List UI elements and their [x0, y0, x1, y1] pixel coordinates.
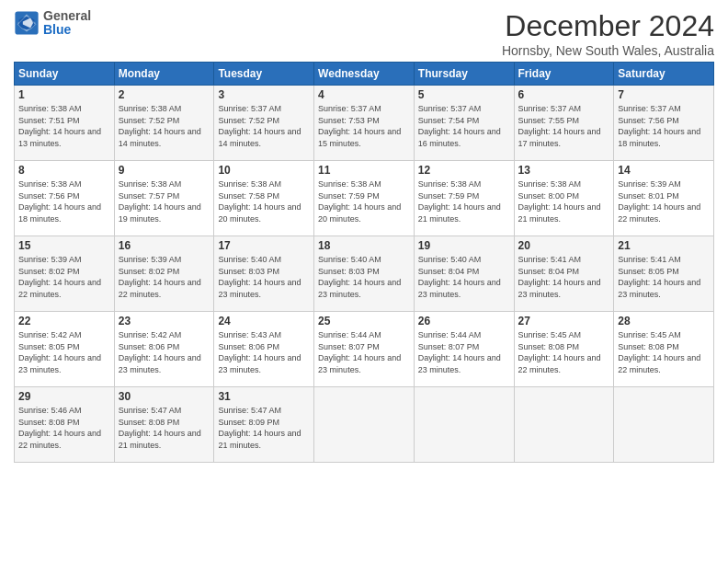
day-detail: Sunrise: 5:38 AMSunset: 7:52 PMDaylight:… — [119, 103, 210, 149]
day-number: 4 — [318, 88, 410, 101]
logo-blue: Blue — [43, 23, 91, 37]
calendar-cell: 30Sunrise: 5:47 AMSunset: 8:08 PMDayligh… — [114, 387, 214, 463]
calendar-cell: 20Sunrise: 5:41 AMSunset: 8:04 PMDayligh… — [514, 236, 614, 312]
day-number: 15 — [18, 239, 110, 252]
day-number: 2 — [119, 88, 210, 101]
day-number: 11 — [318, 164, 410, 177]
day-number: 5 — [418, 88, 510, 101]
calendar-cell: 18Sunrise: 5:40 AMSunset: 8:03 PMDayligh… — [314, 236, 415, 312]
day-number: 13 — [518, 164, 610, 177]
day-number: 7 — [618, 88, 710, 101]
calendar-cell: 22Sunrise: 5:42 AMSunset: 8:05 PMDayligh… — [15, 312, 115, 387]
day-detail: Sunrise: 5:38 AMSunset: 7:58 PMDaylight:… — [218, 178, 310, 224]
day-detail: Sunrise: 5:41 AMSunset: 8:04 PMDaylight:… — [518, 254, 610, 300]
day-number: 12 — [418, 164, 510, 177]
logo: General Blue — [14, 9, 91, 38]
day-detail: Sunrise: 5:38 AMSunset: 7:59 PMDaylight:… — [418, 178, 510, 224]
calendar-cell: 1Sunrise: 5:38 AMSunset: 7:51 PMDaylight… — [15, 86, 115, 161]
day-number: 18 — [318, 239, 410, 252]
calendar-week-1: 1Sunrise: 5:38 AMSunset: 7:51 PMDaylight… — [15, 86, 714, 161]
calendar-subtitle: Hornsby, New South Wales, Australia — [502, 43, 714, 58]
day-number: 16 — [119, 239, 210, 252]
header-day-tuesday: Tuesday — [214, 63, 314, 86]
day-detail: Sunrise: 5:45 AMSunset: 8:08 PMDaylight:… — [518, 329, 610, 375]
day-number: 3 — [218, 88, 310, 101]
title-block: December 2024 Hornsby, New South Wales, … — [502, 9, 714, 58]
calendar-cell: 13Sunrise: 5:38 AMSunset: 8:00 PMDayligh… — [514, 161, 614, 236]
logo-icon — [14, 10, 40, 36]
logo-text: General Blue — [43, 9, 91, 38]
day-number: 30 — [119, 390, 210, 403]
day-detail: Sunrise: 5:39 AMSunset: 8:01 PMDaylight:… — [618, 178, 710, 224]
calendar-cell: 3Sunrise: 5:37 AMSunset: 7:52 PMDaylight… — [214, 86, 314, 161]
calendar-cell: 4Sunrise: 5:37 AMSunset: 7:53 PMDaylight… — [314, 86, 415, 161]
day-number: 22 — [18, 315, 110, 327]
day-detail: Sunrise: 5:38 AMSunset: 7:56 PMDaylight:… — [18, 178, 110, 224]
calendar-cell: 7Sunrise: 5:37 AMSunset: 7:56 PMDaylight… — [614, 86, 714, 161]
calendar-cell: 26Sunrise: 5:44 AMSunset: 8:07 PMDayligh… — [414, 312, 514, 387]
calendar-title: December 2024 — [502, 9, 714, 43]
calendar-cell: 6Sunrise: 5:37 AMSunset: 7:55 PMDaylight… — [514, 86, 614, 161]
day-detail: Sunrise: 5:37 AMSunset: 7:52 PMDaylight:… — [218, 103, 310, 149]
main-container: General Blue December 2024 Hornsby, New … — [0, 0, 728, 472]
logo-general: General — [43, 9, 91, 23]
calendar-cell: 11Sunrise: 5:38 AMSunset: 7:59 PMDayligh… — [314, 161, 415, 236]
day-detail: Sunrise: 5:38 AMSunset: 7:59 PMDaylight:… — [318, 178, 410, 224]
day-detail: Sunrise: 5:43 AMSunset: 8:06 PMDaylight:… — [218, 329, 310, 375]
day-detail: Sunrise: 5:39 AMSunset: 8:02 PMDaylight:… — [18, 254, 110, 300]
header-day-friday: Friday — [514, 63, 614, 86]
calendar-week-4: 22Sunrise: 5:42 AMSunset: 8:05 PMDayligh… — [15, 312, 714, 387]
day-number: 14 — [618, 164, 710, 177]
calendar-cell: 12Sunrise: 5:38 AMSunset: 7:59 PMDayligh… — [414, 161, 514, 236]
day-detail: Sunrise: 5:37 AMSunset: 7:55 PMDaylight:… — [518, 103, 610, 149]
header-row: SundayMondayTuesdayWednesdayThursdayFrid… — [15, 63, 714, 86]
header: General Blue December 2024 Hornsby, New … — [14, 9, 714, 58]
day-detail: Sunrise: 5:47 AMSunset: 8:08 PMDaylight:… — [119, 405, 210, 451]
calendar-cell: 16Sunrise: 5:39 AMSunset: 8:02 PMDayligh… — [114, 236, 214, 312]
day-number: 23 — [119, 315, 210, 327]
day-number: 25 — [318, 315, 410, 327]
calendar-week-5: 29Sunrise: 5:46 AMSunset: 8:08 PMDayligh… — [15, 387, 714, 463]
day-detail: Sunrise: 5:37 AMSunset: 7:54 PMDaylight:… — [418, 103, 510, 149]
calendar-cell: 2Sunrise: 5:38 AMSunset: 7:52 PMDaylight… — [114, 86, 214, 161]
calendar-cell: 5Sunrise: 5:37 AMSunset: 7:54 PMDaylight… — [414, 86, 514, 161]
day-detail: Sunrise: 5:45 AMSunset: 8:08 PMDaylight:… — [618, 329, 710, 375]
header-day-saturday: Saturday — [614, 63, 714, 86]
day-detail: Sunrise: 5:40 AMSunset: 8:03 PMDaylight:… — [218, 254, 310, 300]
day-detail: Sunrise: 5:38 AMSunset: 8:00 PMDaylight:… — [518, 178, 610, 224]
day-detail: Sunrise: 5:38 AMSunset: 7:57 PMDaylight:… — [119, 178, 210, 224]
day-number: 27 — [518, 315, 610, 327]
day-detail: Sunrise: 5:44 AMSunset: 8:07 PMDaylight:… — [318, 329, 410, 375]
day-detail: Sunrise: 5:44 AMSunset: 8:07 PMDaylight:… — [418, 329, 510, 375]
calendar-cell: 14Sunrise: 5:39 AMSunset: 8:01 PMDayligh… — [614, 161, 714, 236]
day-detail: Sunrise: 5:46 AMSunset: 8:08 PMDaylight:… — [18, 405, 110, 451]
day-detail: Sunrise: 5:41 AMSunset: 8:05 PMDaylight:… — [618, 254, 710, 300]
day-number: 29 — [18, 390, 110, 403]
calendar-cell: 8Sunrise: 5:38 AMSunset: 7:56 PMDaylight… — [15, 161, 115, 236]
calendar-cell: 25Sunrise: 5:44 AMSunset: 8:07 PMDayligh… — [314, 312, 415, 387]
day-detail: Sunrise: 5:37 AMSunset: 7:56 PMDaylight:… — [618, 103, 710, 149]
calendar-cell: 23Sunrise: 5:42 AMSunset: 8:06 PMDayligh… — [114, 312, 214, 387]
day-detail: Sunrise: 5:39 AMSunset: 8:02 PMDaylight:… — [119, 254, 210, 300]
day-number: 1 — [18, 88, 110, 101]
calendar-cell: 29Sunrise: 5:46 AMSunset: 8:08 PMDayligh… — [15, 387, 115, 463]
day-number: 6 — [518, 88, 610, 101]
calendar-cell: 31Sunrise: 5:47 AMSunset: 8:09 PMDayligh… — [214, 387, 314, 463]
day-number: 31 — [218, 390, 310, 403]
calendar-cell: 9Sunrise: 5:38 AMSunset: 7:57 PMDaylight… — [114, 161, 214, 236]
day-detail: Sunrise: 5:42 AMSunset: 8:05 PMDaylight:… — [18, 329, 110, 375]
header-day-monday: Monday — [114, 63, 214, 86]
day-detail: Sunrise: 5:47 AMSunset: 8:09 PMDaylight:… — [218, 405, 310, 451]
calendar-cell: 10Sunrise: 5:38 AMSunset: 7:58 PMDayligh… — [214, 161, 314, 236]
day-number: 10 — [218, 164, 310, 177]
header-day-wednesday: Wednesday — [314, 63, 415, 86]
day-detail: Sunrise: 5:38 AMSunset: 7:51 PMDaylight:… — [18, 103, 110, 149]
day-detail: Sunrise: 5:40 AMSunset: 8:03 PMDaylight:… — [318, 254, 410, 300]
day-detail: Sunrise: 5:42 AMSunset: 8:06 PMDaylight:… — [119, 329, 210, 375]
calendar-week-2: 8Sunrise: 5:38 AMSunset: 7:56 PMDaylight… — [15, 161, 714, 236]
day-number: 26 — [418, 315, 510, 327]
day-number: 17 — [218, 239, 310, 252]
calendar-cell — [414, 387, 514, 463]
calendar-cell: 15Sunrise: 5:39 AMSunset: 8:02 PMDayligh… — [15, 236, 115, 312]
day-number: 8 — [18, 164, 110, 177]
